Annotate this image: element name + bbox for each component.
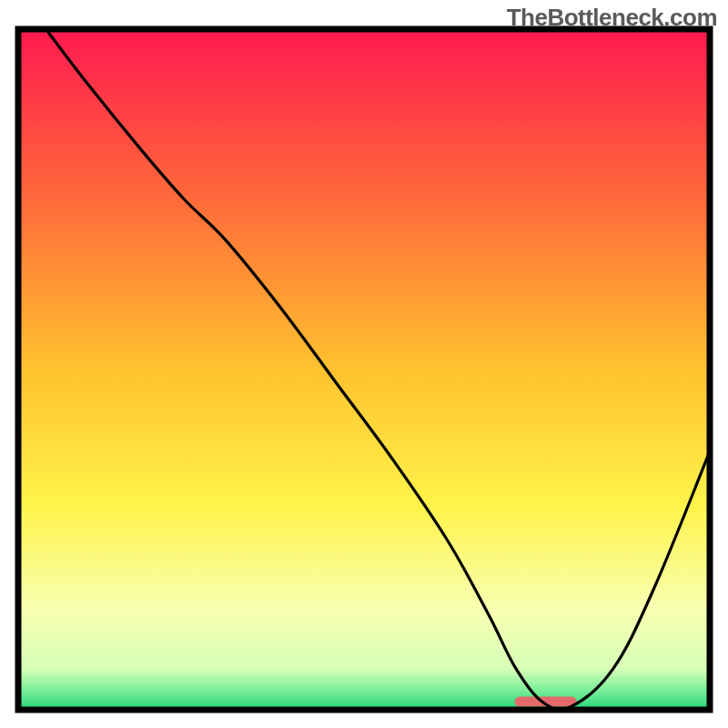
watermark-label: TheBottleneck.com (507, 4, 717, 32)
gradient-background (18, 29, 710, 710)
bottleneck-chart: TheBottleneck.com (0, 0, 728, 728)
chart-svg (0, 0, 728, 728)
